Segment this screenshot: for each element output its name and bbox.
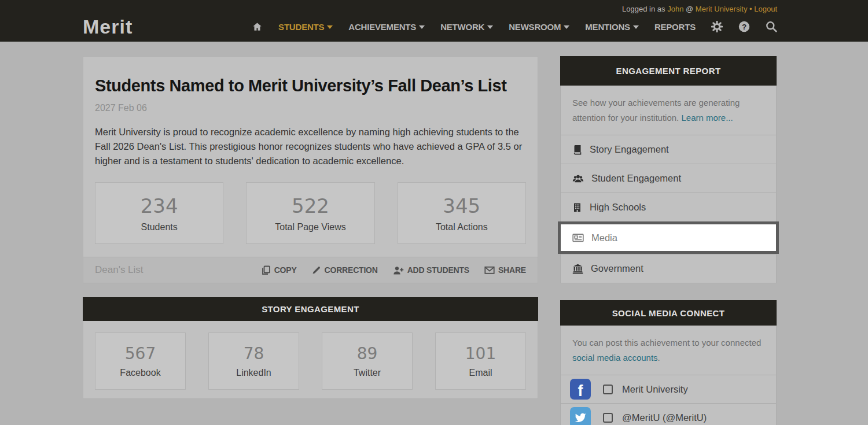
- book-icon: [572, 145, 582, 155]
- nav-mentions[interactable]: MENTIONS: [585, 22, 639, 32]
- social-media-description: You can post this achievement to your co…: [561, 326, 776, 375]
- learn-more-link[interactable]: Learn more...: [681, 113, 733, 123]
- page-content: Students Named to Merit University’s Fal…: [83, 56, 777, 425]
- stat-students-label: Students: [95, 222, 223, 232]
- copy-icon: [261, 265, 271, 275]
- stat-linkedin-value: 78: [209, 344, 299, 363]
- logged-in-prefix: Logged in as: [622, 5, 665, 13]
- facebook-checkbox[interactable]: [603, 385, 613, 394]
- stat-total-actions: 345 Total Actions: [398, 182, 526, 244]
- story-card: Students Named to Merit University’s Fal…: [83, 56, 538, 283]
- nav-network[interactable]: NETWORK: [440, 22, 493, 32]
- at-sign: @: [686, 5, 693, 13]
- chevron-down-icon: [487, 25, 493, 29]
- main-nav: STUDENTS ACHIEVEMENTS NETWORK NEWSROOM M…: [252, 21, 777, 32]
- nav-network-label: NETWORK: [440, 22, 484, 32]
- nav-reports[interactable]: REPORTS: [654, 22, 696, 32]
- nav-reports-label: REPORTS: [654, 22, 696, 32]
- story-engagement-header: STORY ENGAGEMENT: [83, 297, 538, 321]
- share-button[interactable]: SHARE: [484, 265, 526, 275]
- stat-facebook-label: Facebook: [95, 368, 185, 378]
- nav-students[interactable]: STUDENTS: [278, 22, 333, 32]
- sidebar: ENGAGEMENT REPORT See how your achieveme…: [560, 56, 777, 425]
- nav-newsroom[interactable]: NEWSROOM: [509, 22, 569, 32]
- facebook-account-row: f Merit University: [561, 375, 776, 403]
- story-title: Students Named to Merit University’s Fal…: [95, 76, 526, 95]
- stat-page-views-value: 522: [247, 194, 374, 217]
- stat-email-value: 101: [436, 344, 525, 363]
- chevron-down-icon: [327, 25, 333, 29]
- twitter-account-row: @MeritU (@MeritU): [561, 403, 776, 425]
- logout-link[interactable]: Logout: [754, 5, 777, 13]
- top-header: Logged in as John @ Merit University • L…: [0, 0, 868, 42]
- institution-link[interactable]: Merit University: [696, 5, 748, 13]
- chevron-down-icon: [419, 25, 425, 29]
- correction-button[interactable]: CORRECTION: [312, 265, 378, 275]
- story-engagement-section: STORY ENGAGEMENT 567 Facebook 78 LinkedI…: [83, 297, 538, 399]
- search-icon[interactable]: [766, 21, 777, 32]
- newspaper-icon: [572, 232, 584, 243]
- separator-dot: •: [749, 5, 752, 13]
- sidebar-item-student-engagement[interactable]: Student Engagement: [561, 164, 776, 193]
- stat-linkedin: 78 LinkedIn: [208, 332, 299, 390]
- svg-text:?: ?: [742, 23, 746, 31]
- nav-students-label: STUDENTS: [278, 22, 324, 32]
- twitter-icon: [570, 407, 591, 425]
- main-column: Students Named to Merit University’s Fal…: [83, 56, 538, 425]
- stat-twitter-value: 89: [322, 344, 412, 363]
- add-user-icon: [393, 265, 404, 275]
- story-actions: COPY CORRECTION ADD STUDENTS: [261, 265, 526, 275]
- stat-students: 234 Students: [95, 182, 223, 244]
- sidebar-item-label: High Schools: [590, 202, 646, 213]
- sidebar-item-label: Student Engagement: [591, 173, 681, 184]
- stat-total-actions-value: 345: [398, 194, 525, 217]
- social-media-accounts-link[interactable]: social media accounts: [572, 353, 658, 363]
- sidebar-item-label: Government: [591, 263, 643, 274]
- nav-achievements-label: ACHIEVEMENTS: [348, 22, 416, 32]
- stat-twitter-label: Twitter: [322, 368, 412, 378]
- story-body-text: Merit University is proud to recognize a…: [95, 125, 526, 168]
- sidebar-item-government[interactable]: Government: [561, 254, 776, 283]
- twitter-checkbox[interactable]: [603, 413, 613, 423]
- gear-icon[interactable]: [711, 21, 723, 32]
- sidebar-item-story-engagement[interactable]: Story Engagement: [561, 135, 776, 164]
- nav-achievements[interactable]: ACHIEVEMENTS: [348, 22, 425, 32]
- pencil-icon: [312, 265, 321, 275]
- users-icon: [572, 173, 584, 183]
- story-engagement-stats: 567 Facebook 78 LinkedIn 89 Twitter 101 …: [95, 332, 526, 390]
- copy-button[interactable]: COPY: [261, 265, 297, 275]
- stat-page-views-label: Total Page Views: [247, 222, 374, 232]
- home-icon[interactable]: [252, 21, 263, 32]
- sidebar-item-high-schools[interactable]: High Schools: [561, 193, 776, 221]
- bank-icon: [572, 264, 583, 274]
- social-media-description-text: You can post this achievement to your co…: [572, 338, 761, 348]
- stat-email: 101 Email: [435, 332, 526, 390]
- user-link[interactable]: John: [667, 5, 683, 13]
- nav-newsroom-label: NEWSROOM: [509, 22, 561, 32]
- social-media-description-suffix: .: [658, 353, 660, 363]
- stat-total-actions-label: Total Actions: [398, 222, 525, 232]
- add-students-label: ADD STUDENTS: [407, 265, 469, 275]
- merit-logo[interactable]: Merit: [83, 16, 133, 38]
- twitter-account-label: @MeritU (@MeritU): [622, 412, 707, 423]
- correction-label: CORRECTION: [325, 265, 378, 275]
- stat-facebook: 567 Facebook: [95, 332, 186, 390]
- stat-twitter: 89 Twitter: [322, 332, 413, 390]
- envelope-icon: [484, 265, 495, 275]
- logged-in-bar: Logged in as John @ Merit University • L…: [0, 0, 868, 13]
- add-students-button[interactable]: ADD STUDENTS: [393, 265, 469, 275]
- sidebar-item-label: Media: [591, 232, 617, 243]
- sidebar-item-media[interactable]: Media: [558, 221, 779, 254]
- nav-mentions-label: MENTIONS: [585, 22, 630, 32]
- social-media-connect-panel: SOCIAL MEDIA CONNECT You can post this a…: [560, 300, 777, 425]
- stat-page-views: 522 Total Page Views: [246, 182, 374, 244]
- main-nav-bar: Merit STUDENTS ACHIEVEMENTS NETWORK NEWS…: [83, 13, 777, 40]
- building-icon: [572, 202, 582, 213]
- engagement-report-title: ENGAGEMENT REPORT: [560, 56, 777, 86]
- stat-email-label: Email: [436, 368, 525, 378]
- story-date: 2027 Feb 06: [95, 103, 526, 113]
- stat-facebook-value: 567: [95, 344, 185, 363]
- help-icon[interactable]: ?: [738, 21, 750, 32]
- social-media-connect-title: SOCIAL MEDIA CONNECT: [560, 300, 777, 326]
- facebook-account-label: Merit University: [622, 384, 688, 395]
